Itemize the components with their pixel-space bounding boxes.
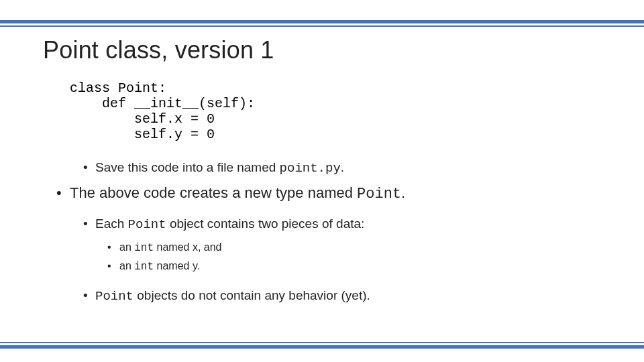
text: named y. [154,260,200,272]
rule-thin-top [0,25,644,27]
text: The above code creates a new type named [70,184,357,201]
bullet-int-x: an int named x, and [107,240,601,256]
top-rule-group [0,0,644,27]
code-inline: int [134,261,154,273]
bullet-list-data: an int named x, and an int named y. [43,240,601,274]
code-block: class Point: def __init__(self): self.x … [70,80,601,142]
text: an [119,241,134,253]
code-inline: point.py [280,161,341,176]
content-area: Point class, version 1 class Point: def … [0,36,644,305]
code-inline: Point [128,217,166,232]
slide: Point class, version 1 class Point: def … [0,0,644,362]
rule-thick-bottom [0,345,644,349]
text: . [401,184,405,201]
bottom-rule-group [0,342,644,349]
bullet-save-file: Save this code into a file named point.p… [83,160,601,177]
bullet-creates-type: The above code creates a new type named … [56,184,601,204]
bullet-list-main: The above code creates a new type named … [43,184,601,204]
code-inline: Point [95,289,133,304]
bullet-list-behavior: Point objects do not contain any behavio… [43,288,601,305]
text: object contains two pieces of data: [166,217,365,231]
slide-title: Point class, version 1 [43,36,601,64]
text: . [341,160,344,174]
text: Save this code into a file named [95,160,280,174]
bullet-list-sub: Each Point object contains two pieces of… [43,216,601,233]
bullet-int-y: an int named y. [107,259,601,275]
bullet-list-save: Save this code into a file named point.p… [43,160,601,177]
code-inline: int [134,242,154,254]
code-inline: Point [357,186,401,202]
bullet-no-behavior: Point objects do not contain any behavio… [83,288,601,305]
text: objects do not contain any behavior (yet… [133,288,370,302]
text: an [119,260,134,272]
bullet-each-point: Each Point object contains two pieces of… [83,216,601,233]
text: named x, and [154,241,221,253]
text: Each [95,217,128,231]
